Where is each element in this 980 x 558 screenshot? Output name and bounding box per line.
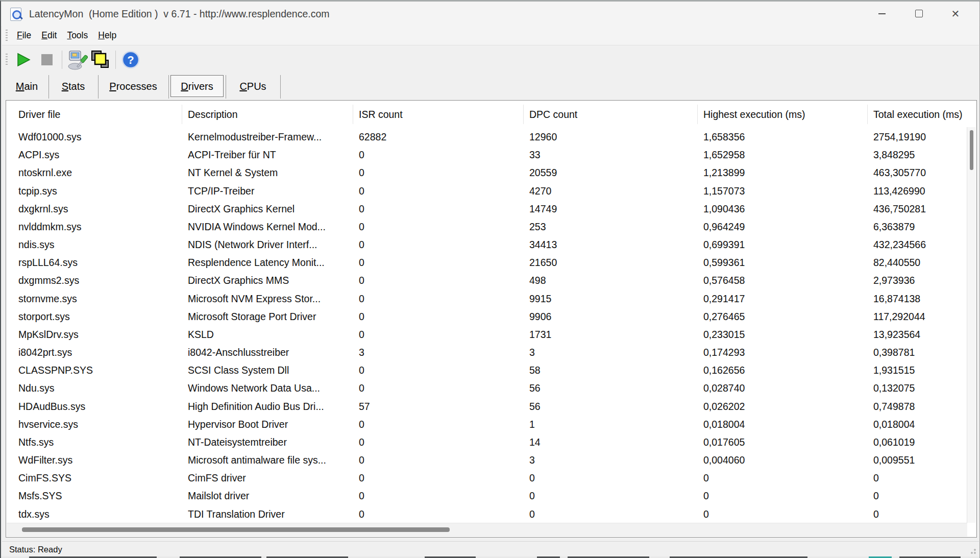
- table-row[interactable]: ntoskrnl.exeNT Kernel & System0205591,21…: [6, 164, 976, 182]
- column-header-dpc-count[interactable]: DPC count: [529, 101, 703, 128]
- table-row[interactable]: dxgkrnl.sysDirectX Graphics Kernel014749…: [6, 200, 976, 218]
- table-cell: i8042prt.sys: [18, 344, 188, 361]
- table-cell: CimFS driver: [188, 469, 359, 487]
- table-row[interactable]: HDAudBus.sysHigh Definition Audio Bus Dr…: [6, 398, 976, 416]
- table-row[interactable]: dxgmms2.sysDirectX Graphics MMS04980,576…: [6, 272, 976, 289]
- tab-cpus[interactable]: CPUs: [226, 73, 280, 100]
- table-cell: Ntfs.sys: [18, 433, 188, 451]
- copy-icon: [90, 50, 111, 70]
- vertical-scrollbar-thumb[interactable]: [970, 130, 973, 170]
- table-row[interactable]: CLASSPNP.SYSSCSI Class System Dll0580,16…: [6, 361, 976, 379]
- menu-tools[interactable]: Tools: [62, 28, 93, 43]
- table-cell: 0,576458: [703, 272, 873, 289]
- table-cell: 0,398781: [873, 344, 977, 361]
- report-button[interactable]: [89, 48, 112, 71]
- table-row[interactable]: Wdf01000.sysKernelmodustreiber-Framew...…: [6, 128, 976, 146]
- tab-drivers[interactable]: Drivers: [168, 73, 226, 100]
- column-header-driver-file[interactable]: Driver file: [18, 101, 188, 128]
- resize-grip[interactable]: [969, 547, 976, 554]
- table-cell: 0: [703, 487, 873, 505]
- table-cell: 0,026202: [703, 398, 873, 416]
- table-cell: 3: [529, 451, 703, 469]
- table-cell: 0: [359, 487, 529, 505]
- minimize-button[interactable]: [867, 2, 897, 26]
- close-button[interactable]: ✕: [941, 2, 970, 26]
- tab-main[interactable]: Main: [5, 73, 48, 100]
- table-row[interactable]: WdFilter.sysMicrosoft antimalware file s…: [6, 451, 976, 469]
- table-row[interactable]: tcpip.sysTCP/IP-Treiber042701,157073113,…: [6, 182, 976, 200]
- table-cell: 0: [359, 361, 529, 379]
- menu-edit[interactable]: Edit: [36, 28, 62, 43]
- table-cell: HDAudBus.sys: [18, 398, 188, 416]
- table-cell: 0: [359, 379, 529, 397]
- column-header-description[interactable]: Description: [188, 101, 359, 128]
- table-cell: 58: [529, 361, 703, 379]
- menubar-gripper: [6, 30, 8, 42]
- latencymon-window: LatencyMon (Home Edition ) v 6.71 - http…: [0, 0, 980, 558]
- vertical-scrollbar[interactable]: [967, 127, 976, 523]
- table-cell: Microsoft NVM Express Stor...: [188, 290, 359, 308]
- table-row[interactable]: storport.sysMicrosoft Storage Port Drive…: [6, 308, 976, 326]
- stop-icon: [40, 53, 54, 66]
- table-cell: 498: [529, 272, 703, 289]
- table-cell: 0: [359, 326, 529, 344]
- table-cell: 14749: [529, 200, 703, 218]
- table-cell: 463,305770: [873, 164, 977, 182]
- table-cell: Ndu.sys: [18, 379, 188, 397]
- column-header-total-execution[interactable]: Total execution (ms): [873, 101, 977, 128]
- table-cell: 0: [359, 254, 529, 272]
- table-cell: 0,964249: [703, 218, 873, 236]
- help-button[interactable]: ?: [119, 48, 142, 71]
- menu-help[interactable]: Help: [93, 28, 121, 43]
- horizontal-scrollbar[interactable]: [7, 523, 967, 537]
- table-cell: 0: [873, 469, 977, 487]
- table-row[interactable]: ACPI.sysACPI-Treiber für NT0331,6529583,…: [6, 146, 976, 164]
- table-row[interactable]: ndis.sysNDIS (Network Driver Interf...03…: [6, 236, 976, 254]
- table-row[interactable]: nvlddmkm.sysNVIDIA Windows Kernel Mod...…: [6, 218, 976, 236]
- table-cell: MpKslDrv.sys: [18, 326, 188, 344]
- table-row[interactable]: Ntfs.sysNT-Dateisystemtreiber0140,017605…: [6, 433, 976, 451]
- menu-file[interactable]: File: [12, 28, 36, 43]
- toolbar-separator: [115, 51, 116, 69]
- table-cell: DirectX Graphics Kernel: [188, 200, 359, 218]
- toolbar-gripper: [6, 54, 8, 66]
- svg-text:?: ?: [127, 54, 134, 66]
- table-cell: ACPI.sys: [18, 146, 188, 164]
- play-icon: [16, 53, 31, 67]
- column-header-isr-count[interactable]: ISR count: [359, 101, 529, 128]
- maximize-button[interactable]: [904, 2, 934, 26]
- toolbar: ?: [2, 45, 979, 74]
- table-cell: 82,440550: [873, 254, 977, 272]
- table-cell: 117,292044: [873, 308, 977, 326]
- table-cell: 0,009551: [873, 451, 977, 469]
- table-cell: 0,599361: [703, 254, 873, 272]
- table-cell: Microsoft Storage Port Driver: [188, 308, 359, 326]
- table-header: Driver file Description ISR count DPC co…: [6, 101, 976, 128]
- table-row[interactable]: stornvme.sysMicrosoft NVM Express Stor..…: [6, 290, 976, 308]
- table-row[interactable]: Msfs.SYSMailslot driver0000: [6, 487, 976, 505]
- horizontal-scrollbar-thumb[interactable]: [22, 527, 450, 532]
- tab-processes[interactable]: Processes: [98, 73, 168, 100]
- table-row[interactable]: rspLLL64.sysResplendence Latency Monit..…: [6, 254, 976, 272]
- stop-monitor-button[interactable]: [35, 48, 59, 71]
- options-button[interactable]: [65, 48, 89, 71]
- column-header-highest-execution[interactable]: Highest execution (ms): [703, 101, 873, 128]
- tab-row: Main Stats Processes Drivers CPUs: [2, 73, 979, 100]
- table-cell: storport.sys: [18, 308, 188, 326]
- table-row[interactable]: Ndu.sysWindows Network Data Usa...0560,0…: [6, 379, 976, 397]
- table-row[interactable]: MpKslDrv.sysKSLD017310,23301513,923564: [6, 326, 976, 344]
- title-bar: LatencyMon (Home Edition ) v 6.71 - http…: [1, 2, 979, 26]
- table-row[interactable]: hvservice.sysHypervisor Boot Driver010,0…: [6, 416, 976, 433]
- table-row[interactable]: CimFS.SYSCimFS driver0000: [6, 469, 976, 487]
- drivers-table: Driver file Description ISR count DPC co…: [6, 100, 977, 538]
- tab-stats[interactable]: Stats: [48, 73, 98, 100]
- table-cell: 21650: [529, 254, 703, 272]
- table-cell: 1,658356: [703, 128, 873, 146]
- table-cell: Hypervisor Boot Driver: [188, 416, 359, 433]
- table-row[interactable]: tdx.sysTDI Translation Driver0000: [6, 505, 976, 523]
- close-icon: ✕: [951, 9, 960, 19]
- start-monitor-button[interactable]: [12, 48, 35, 71]
- table-cell: 3: [359, 344, 529, 361]
- table-row[interactable]: i8042prt.sysi8042-Anschlusstreiber330,17…: [6, 344, 976, 361]
- status-bar: Status: Ready: [2, 541, 979, 557]
